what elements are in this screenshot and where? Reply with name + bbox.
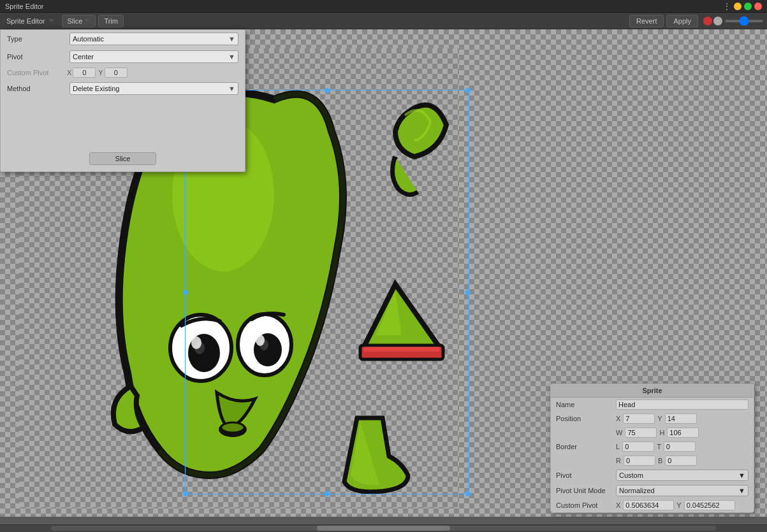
slice-button-row: Slice <box>1 148 245 171</box>
svg-point-12 <box>256 334 265 346</box>
svg-point-14 <box>221 422 244 433</box>
border-rb-group: R B <box>616 456 749 466</box>
pivot-select-arrow: ▼ <box>738 471 745 479</box>
color-swatch-red[interactable] <box>703 17 712 25</box>
custom-pivot-x-input[interactable] <box>623 500 674 510</box>
pivot-select[interactable]: Center ▼ <box>69 50 238 63</box>
pos-x-input[interactable] <box>623 413 655 424</box>
window-maximize-btn[interactable] <box>744 3 752 10</box>
type-arrow-icon: ▼ <box>228 35 235 43</box>
color-swatches <box>703 17 722 25</box>
pivot-unit-label: Pivot Unit Mode <box>556 487 613 494</box>
slice-type-row: Type Automatic ▼ <box>1 30 245 48</box>
toolbar: Sprite Editor Slice Trim Revert Apply <box>0 13 767 29</box>
custom-pivot-panel-label: Custom Pivot <box>556 501 613 509</box>
slice-menu-btn[interactable]: Slice <box>62 15 96 27</box>
name-label: Name <box>556 401 613 408</box>
revert-button[interactable]: Revert <box>629 15 664 27</box>
title-bar: Sprite Editor ⋮ <box>0 0 767 13</box>
pos-h-input[interactable] <box>667 428 699 438</box>
border-t-input[interactable] <box>664 442 696 452</box>
pivot-x-field: X <box>67 68 96 78</box>
sprite-panel-title: Sprite <box>551 384 754 398</box>
sprite-position-wh-row: W H <box>551 426 754 440</box>
trim-btn[interactable]: Trim <box>98 15 124 27</box>
svg-point-11 <box>191 336 201 349</box>
sprite-pivot-row: Pivot Custom ▼ <box>551 468 754 483</box>
title-bar-title: Sprite Editor <box>5 3 44 10</box>
type-label: Type <box>7 35 64 43</box>
border-label: Border <box>556 443 613 450</box>
border-r-input[interactable] <box>624 456 655 466</box>
position-label: Position <box>556 415 613 422</box>
sprite-border-rb-row: R B <box>551 454 754 468</box>
custom-pivot-xy-group: X Y <box>616 500 749 510</box>
border-l-input[interactable] <box>622 442 654 452</box>
custom-pivot-row: Custom Pivot X Y <box>1 66 245 80</box>
pos-xy-group: X Y <box>616 413 749 424</box>
sprite-pivot-unit-row: Pivot Unit Mode Normalized ▼ <box>551 483 754 498</box>
custom-pivot-y-input[interactable] <box>684 500 735 510</box>
sprite-custom-pivot-row: Custom Pivot X Y <box>551 498 754 512</box>
scrollbar-track <box>51 526 716 531</box>
slice-button[interactable]: Slice <box>89 152 157 165</box>
slice-popup: Type Automatic ▼ Pivot Center ▼ Custom P… <box>0 29 245 172</box>
scrollbar-thumb[interactable] <box>317 526 450 531</box>
sprite-panel: Sprite Name Position X Y W H <box>550 384 754 513</box>
pivot-label: Pivot <box>7 53 64 61</box>
slice-method-row: Method Delete Existing ▼ <box>1 80 245 97</box>
svg-rect-16 <box>363 347 440 352</box>
pivot-y-field: Y <box>98 68 127 78</box>
method-label: Method <box>7 85 64 92</box>
sprite-name-row: Name <box>551 398 754 412</box>
border-b-input[interactable] <box>665 456 697 466</box>
method-arrow-icon: ▼ <box>228 85 235 92</box>
scrollbar-bottom[interactable] <box>0 524 767 532</box>
method-select[interactable]: Delete Existing ▼ <box>69 82 238 95</box>
pivot-x-input[interactable] <box>73 68 96 78</box>
type-select[interactable]: Automatic ▼ <box>69 32 238 45</box>
pivot-arrow-icon: ▼ <box>228 53 235 61</box>
pos-wh-group: W H <box>616 428 749 438</box>
custom-pivot-label: Custom Pivot <box>7 69 64 76</box>
window-more-icon[interactable]: ⋮ <box>722 3 731 10</box>
apply-button[interactable]: Apply <box>666 15 698 27</box>
pivot-unit-select[interactable]: Normalized ▼ <box>616 485 749 496</box>
pos-w-input[interactable] <box>625 428 657 438</box>
title-bar-controls: ⋮ <box>722 3 762 10</box>
border-lt-group: L T <box>616 442 749 452</box>
editor-dropdown-arrow <box>49 19 54 22</box>
zoom-control <box>725 20 763 22</box>
name-input[interactable] <box>616 399 749 410</box>
pivot-panel-select[interactable]: Custom ▼ <box>616 470 749 481</box>
sprite-border-lt-row: Border L T <box>551 440 754 454</box>
pivot-panel-label: Pivot <box>556 471 613 479</box>
zoom-slider[interactable] <box>725 20 763 22</box>
slice-pivot-row: Pivot Center ▼ <box>1 48 245 66</box>
sprite-position-xy-row: Position X Y <box>551 412 754 426</box>
editor-title-btn[interactable]: Sprite Editor <box>4 16 57 26</box>
color-swatch-gray[interactable] <box>713 17 722 25</box>
slice-arrow-icon <box>85 19 90 22</box>
pivot-unit-arrow: ▼ <box>738 487 745 494</box>
main-area: Type Automatic ▼ Pivot Center ▼ Custom P… <box>0 29 767 532</box>
window-minimize-btn[interactable] <box>734 3 741 10</box>
window-close-btn[interactable] <box>754 3 762 10</box>
pos-y-input[interactable] <box>665 413 697 424</box>
pivot-y-input[interactable] <box>105 68 128 78</box>
